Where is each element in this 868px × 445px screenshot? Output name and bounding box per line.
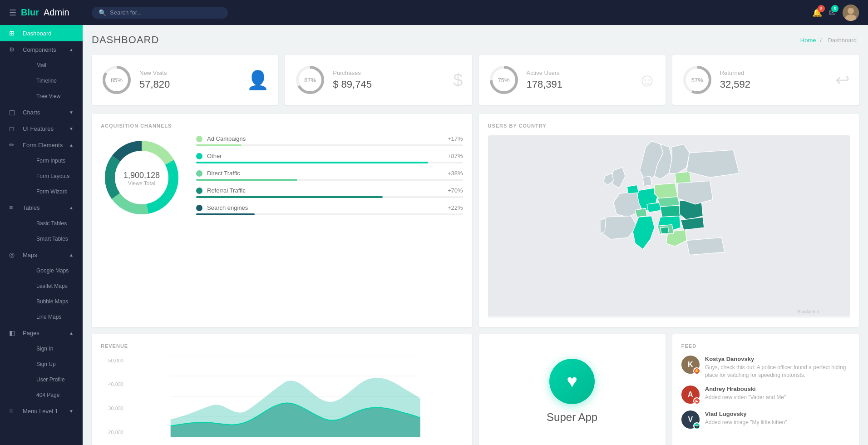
stat-label-purchases: Purchases (333, 69, 446, 76)
stat-card-active-users: 75% Active Users 178,391 ☺ (479, 55, 666, 105)
channel-pct-other: +87% (448, 153, 463, 159)
hamburger-icon[interactable]: ☰ (9, 8, 16, 18)
sidebar-item-signin[interactable]: Sign In (0, 341, 83, 356)
sidebar-label-tables: Tables (23, 204, 69, 211)
donut-center-text: 1,900,128 Views Total (123, 171, 160, 187)
feed-title: FEED (681, 343, 850, 349)
stat-pct-returned: 57% (691, 77, 703, 84)
acquisition-donut: 1,900,128 Views Total (101, 137, 182, 220)
channel-referral: Referral Traffic +70% (196, 187, 463, 198)
sidebar-label-signin: Sign In (36, 346, 53, 352)
sidebar-item-googlemaps[interactable]: Google Maps (0, 263, 83, 278)
sidebar-item-linemaps[interactable]: Line Maps (0, 309, 83, 325)
sidebar-item-dashboard[interactable]: ⊞ Dashboard (0, 25, 83, 41)
maps-submenu: Google Maps Leaflet Maps Bubble Maps Lin… (0, 263, 83, 325)
channel-dot-direct (196, 170, 202, 177)
super-app-name: Super App (547, 411, 597, 424)
channel-dot-search (196, 205, 202, 211)
sidebar-item-signup[interactable]: Sign Up (0, 356, 83, 372)
search-input[interactable] (110, 9, 221, 16)
sidebar-item-userprofile[interactable]: User Profile (0, 372, 83, 387)
sidebar-item-uifeatures[interactable]: ◻ UI Features ▼ (0, 120, 83, 137)
sidebar-item-formelements[interactable]: ✏ Form Elements ▲ (0, 137, 83, 153)
stat-card-new-visits: 85% New Visits 57,820 👤 (92, 55, 278, 105)
dollar-icon: $ (453, 70, 463, 90)
sidebar-item-components[interactable]: ⚙ Components ▲ (0, 41, 83, 58)
channel-list: Ad Campaigns +17% Other +87% (196, 135, 463, 222)
sidebar-item-timeline[interactable]: Timeline (0, 73, 83, 89)
sidebar-item-maps[interactable]: ◎ Maps ▲ (0, 247, 83, 263)
stat-cards: 85% New Visits 57,820 👤 67% Purcha (92, 55, 859, 105)
sidebar-item-mail[interactable]: Mail (0, 58, 83, 73)
breadcrumb-current: Dashboard (828, 37, 857, 44)
channel-other: Other +87% (196, 153, 463, 163)
sidebar-label-uifeatures: UI Features (23, 125, 69, 132)
logo-blur: Blur (21, 7, 39, 18)
feed-card: FEED K 🔔 Kostya Danovsky Guys, check thi… (672, 334, 859, 445)
search-bar[interactable]: 🔍 (92, 7, 228, 19)
stat-donut-purchases: 67% (294, 64, 326, 96)
feed-avatar-2: A ▶ (681, 386, 700, 404)
sidebar-item-smarttables[interactable]: Smart Tables (0, 231, 83, 247)
sidebar-label-formelements: Form Elements (23, 142, 69, 148)
breadcrumb-home[interactable]: Home (800, 37, 816, 44)
user-avatar[interactable] (843, 5, 859, 21)
sidebar-item-treeview[interactable]: Tree View (0, 89, 83, 104)
svg-text:BlurAdmin: BlurAdmin (797, 309, 819, 314)
stat-donut-active-users: 75% (488, 64, 520, 96)
formelements-submenu: Form Inputs Form Layouts Form Wizard (0, 153, 83, 199)
sidebar-item-charts[interactable]: ◫ Charts ▼ (0, 104, 83, 120)
sidebar-label-pages: Pages (23, 330, 69, 336)
sidebar-item-forminputs[interactable]: Form Inputs (0, 153, 83, 168)
app-logo: ☰ BlurAdmin (0, 0, 83, 25)
sidebar-label-components: Components (23, 46, 69, 53)
sidebar-label-basictables: Basic Tables (36, 220, 67, 227)
pages-icon: ◧ (9, 329, 18, 336)
sidebar-item-formwizard[interactable]: Form Wizard (0, 184, 83, 199)
stat-donut-returned: 57% (681, 64, 713, 96)
pages-submenu: Sign In Sign Up User Profile 404 Page (0, 341, 83, 403)
sidebar-item-pages[interactable]: ◧ Pages ▲ (0, 325, 83, 341)
sidebar-item-tables[interactable]: ≡ Tables ▲ (0, 199, 83, 216)
formelements-chevron-icon: ▲ (69, 143, 74, 148)
notification-button[interactable]: 🔔 8 (812, 8, 822, 18)
uifeatures-icon: ◻ (9, 125, 18, 132)
sidebar-item-404[interactable]: 404 Page (0, 387, 83, 403)
maps-icon: ◎ (9, 251, 18, 258)
messages-button[interactable]: ✉ 5 (829, 8, 836, 18)
breadcrumb-separator: / (820, 37, 822, 44)
stat-info-new-visits: New Visits 57,820 (139, 69, 240, 90)
sidebar-label-charts: Charts (23, 109, 69, 116)
channel-direct: Direct Traffic +38% (196, 170, 463, 181)
feed-badge-3: 📷 (693, 422, 700, 430)
sidebar-label-menulevel1: Menu Level 1 (23, 408, 69, 415)
feed-name-3: Vlad Lugovsky (705, 410, 850, 417)
stat-label-new-visits: New Visits (139, 69, 240, 76)
feed-text-3: Added new image "My little kitten" (705, 419, 850, 426)
stat-pct-new-visits: 85% (111, 77, 123, 84)
topbar: 🔍 🔔 8 ✉ 5 (83, 0, 868, 25)
sidebar-label-formwizard: Form Wizard (36, 188, 68, 195)
feed-info-3: Vlad Lugovsky Added new image "My little… (705, 410, 850, 426)
sidebar-label-treeview: Tree View (36, 93, 60, 99)
y-label-3: 30,000 (101, 405, 123, 411)
donut-total: 1,900,128 (123, 171, 160, 180)
sidebar-label-linemaps: Line Maps (36, 314, 61, 320)
sidebar-item-menulevel1[interactable]: ≡ Menu Level 1 ▼ (0, 403, 83, 419)
svg-point-1 (848, 8, 854, 14)
feed-name-2: Andrey Hrabouski (705, 386, 850, 392)
page-content: DASHBOARD Home / Dashboard 85% New Visit… (83, 25, 868, 445)
stat-info-purchases: Purchases $ 89,745 (333, 69, 446, 90)
sidebar-item-basictables[interactable]: Basic Tables (0, 216, 83, 231)
acquisition-card: ACQUISITION CHANNELS (92, 114, 472, 327)
channel-bar-direct (196, 179, 297, 181)
uifeatures-chevron-icon: ▼ (69, 126, 74, 131)
channel-dot-other (196, 153, 202, 159)
sidebar-item-formlayouts[interactable]: Form Layouts (0, 168, 83, 184)
person-icon: 👤 (247, 69, 269, 91)
channel-ad-campaigns: Ad Campaigns +17% (196, 135, 463, 146)
sidebar-item-leafletmaps[interactable]: Leaflet Maps (0, 278, 83, 294)
sidebar-item-bubblemaps[interactable]: Bubble Maps (0, 294, 83, 309)
message-badge: 5 (831, 5, 838, 12)
chevron-down-icon: ▲ (69, 47, 74, 52)
